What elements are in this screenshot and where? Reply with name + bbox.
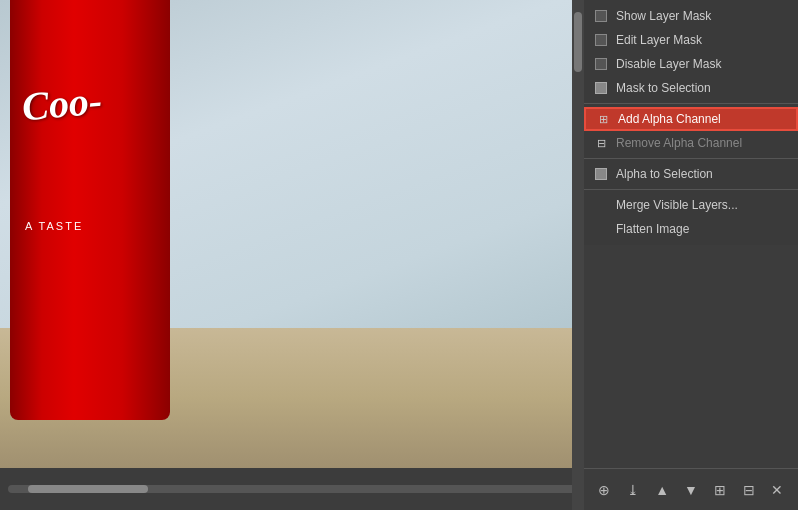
toolbar-duplicate-btn[interactable]: ⊞ bbox=[708, 478, 732, 502]
can-body: Coo- A TASTE bbox=[10, 0, 170, 420]
menu-item-merge-visible-layers[interactable]: Merge Visible Layers... bbox=[584, 193, 798, 217]
menu-label-alpha-to-selection: Alpha to Selection bbox=[616, 167, 713, 181]
right-panel: Show Layer Mask Edit Layer Mask Disable … bbox=[584, 0, 798, 510]
menu-item-disable-layer-mask[interactable]: Disable Layer Mask bbox=[584, 52, 798, 76]
vertical-scrollbar[interactable] bbox=[572, 0, 584, 510]
h-scrollbar-thumb[interactable] bbox=[28, 485, 148, 493]
menu-label-merge-visible-layers: Merge Visible Layers... bbox=[616, 198, 738, 212]
import-icon: ⤓ bbox=[627, 482, 639, 498]
menu-item-add-alpha-channel[interactable]: ⊞ Add Alpha Channel bbox=[584, 107, 798, 131]
duplicate-icon: ⊞ bbox=[714, 482, 726, 498]
toolbar-import-btn[interactable]: ⤓ bbox=[621, 478, 645, 502]
move-up-icon: ▲ bbox=[655, 482, 669, 498]
checkbox-icon-show bbox=[592, 7, 610, 25]
separator-2 bbox=[584, 158, 798, 159]
menu-item-edit-layer-mask[interactable]: Edit Layer Mask bbox=[584, 28, 798, 52]
move-down-icon: ▼ bbox=[684, 482, 698, 498]
checkbox-icon-mask-sel bbox=[592, 79, 610, 97]
icon-flatten bbox=[592, 220, 610, 238]
canvas-area: Coo- A TASTE bbox=[0, 0, 584, 510]
menu-item-remove-alpha-channel[interactable]: ⊟ Remove Alpha Channel bbox=[584, 131, 798, 155]
menu-label-mask-to-selection: Mask to Selection bbox=[616, 81, 711, 95]
checkbox-disable bbox=[595, 58, 607, 70]
menu-label-show-layer-mask: Show Layer Mask bbox=[616, 9, 711, 23]
toolbar-move-up-btn[interactable]: ▲ bbox=[650, 478, 674, 502]
toolbar-new-layer-btn[interactable]: ⊕ bbox=[592, 478, 616, 502]
v-scrollbar-thumb[interactable] bbox=[574, 12, 582, 72]
merge-icon: ⊟ bbox=[743, 482, 755, 498]
menu-item-show-layer-mask[interactable]: Show Layer Mask bbox=[584, 4, 798, 28]
icon-merge bbox=[592, 196, 610, 214]
icon-alpha-sel bbox=[592, 165, 610, 183]
menu-label-edit-layer-mask: Edit Layer Mask bbox=[616, 33, 702, 47]
context-menu: Show Layer Mask Edit Layer Mask Disable … bbox=[584, 0, 798, 245]
menu-label-disable-layer-mask: Disable Layer Mask bbox=[616, 57, 721, 71]
menu-label-add-alpha-channel: Add Alpha Channel bbox=[618, 112, 721, 126]
checkbox-edit bbox=[595, 34, 607, 46]
checkbox-show bbox=[595, 10, 607, 22]
menu-label-flatten-image: Flatten Image bbox=[616, 222, 689, 236]
h-scrollbar[interactable] bbox=[8, 485, 576, 493]
alpha-icon: ⊞ bbox=[599, 113, 608, 126]
remove-alpha-icon: ⊟ bbox=[597, 137, 606, 150]
menu-item-mask-to-selection[interactable]: Mask to Selection bbox=[584, 76, 798, 100]
delete-icon: ✕ bbox=[771, 482, 783, 498]
icon-remove-alpha: ⊟ bbox=[592, 134, 610, 152]
taste-text: A TASTE bbox=[25, 220, 83, 232]
checkbox-icon-edit bbox=[592, 31, 610, 49]
toolbar-merge-btn[interactable]: ⊟ bbox=[737, 478, 761, 502]
separator-3 bbox=[584, 189, 798, 190]
checkbox-icon-disable bbox=[592, 55, 610, 73]
separator-1 bbox=[584, 103, 798, 104]
menu-item-flatten-image[interactable]: Flatten Image bbox=[584, 217, 798, 241]
brand-text: Coo- bbox=[20, 77, 104, 131]
toolbar-move-down-btn[interactable]: ▼ bbox=[679, 478, 703, 502]
menu-label-remove-alpha-channel: Remove Alpha Channel bbox=[616, 136, 742, 150]
toolbar-delete-btn[interactable]: ✕ bbox=[765, 478, 789, 502]
horizontal-scrollbar-area bbox=[0, 468, 584, 510]
new-layer-icon: ⊕ bbox=[598, 482, 610, 498]
checkbox-mask-sel bbox=[595, 82, 607, 94]
checkbox-alpha-sel bbox=[595, 168, 607, 180]
icon-add-alpha: ⊞ bbox=[594, 110, 612, 128]
canvas-image: Coo- A TASTE bbox=[0, 0, 584, 468]
bottom-toolbar: ⊕ ⤓ ▲ ▼ ⊞ ⊟ ✕ bbox=[584, 468, 798, 510]
menu-item-alpha-to-selection[interactable]: Alpha to Selection bbox=[584, 162, 798, 186]
